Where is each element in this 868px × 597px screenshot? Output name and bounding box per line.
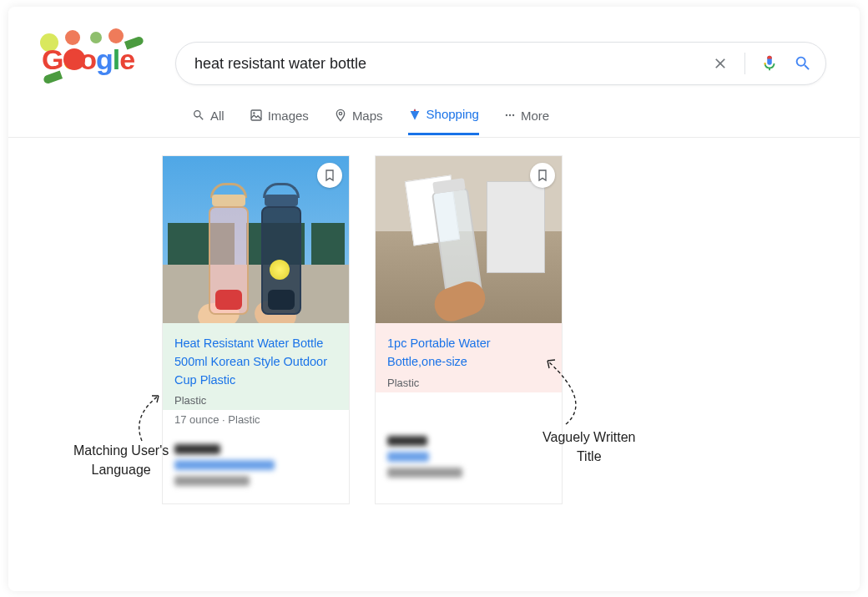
svg-point-3 [506,114,507,116]
tab-label: More [521,109,549,123]
svg-rect-0 [251,110,261,120]
search-bar [175,42,826,85]
product-title-highlight-good: Heat Resistant Water Bottle 500ml Korean… [163,323,349,410]
product-cards: Heat Resistant Water Bottle 500ml Korean… [162,155,563,504]
product-card[interactable]: 1pc Portable Water Bottle,one-size Plast… [375,155,563,504]
svg-point-1 [253,112,255,114]
blurred-price-block [376,424,562,495]
product-meta: 17 ounce · Plastic [163,410,349,433]
svg-point-5 [512,114,514,116]
clear-icon[interactable] [711,54,729,73]
bookmark-icon[interactable] [530,163,555,188]
divider [744,53,745,74]
bookmark-icon[interactable] [317,163,342,188]
tab-maps[interactable]: Maps [334,109,383,134]
tab-label: All [210,109,225,123]
page-frame: Google A [8,7,860,591]
search-input[interactable] [194,55,711,73]
svg-point-2 [339,112,341,114]
product-material: Plastic [174,394,337,407]
tabs-divider [8,137,860,138]
product-material: Plastic [387,377,550,389]
logo-text: Google [42,43,134,76]
google-doodle-logo[interactable]: Google [42,37,142,78]
product-card[interactable]: Heat Resistant Water Bottle 500ml Korean… [162,155,350,504]
search-icon[interactable] [794,54,812,73]
arrow-right [541,356,608,431]
product-title-highlight-bad: 1pc Portable Water Bottle,one-size Plast… [376,323,562,392]
tab-more[interactable]: More [504,109,549,134]
svg-point-4 [509,114,511,116]
annotation-right: Vaguely WrittenTitle [542,428,635,466]
arrow-left [125,391,175,449]
tab-shopping[interactable]: Shopping [408,107,479,135]
tab-label: Maps [352,109,383,123]
tab-label: Shopping [426,107,479,121]
product-title: 1pc Portable Water Bottle,one-size [387,335,550,372]
product-title: Heat Resistant Water Bottle 500ml Korean… [174,335,337,389]
voice-search-icon[interactable] [760,54,779,73]
tab-label: Images [268,109,309,123]
tab-all[interactable]: All [192,109,225,134]
product-image [163,156,349,323]
blurred-price-block [163,433,349,503]
product-image [376,156,562,323]
search-tabs: All Images Maps Shopping More [192,107,549,135]
tab-images[interactable]: Images [250,109,309,134]
